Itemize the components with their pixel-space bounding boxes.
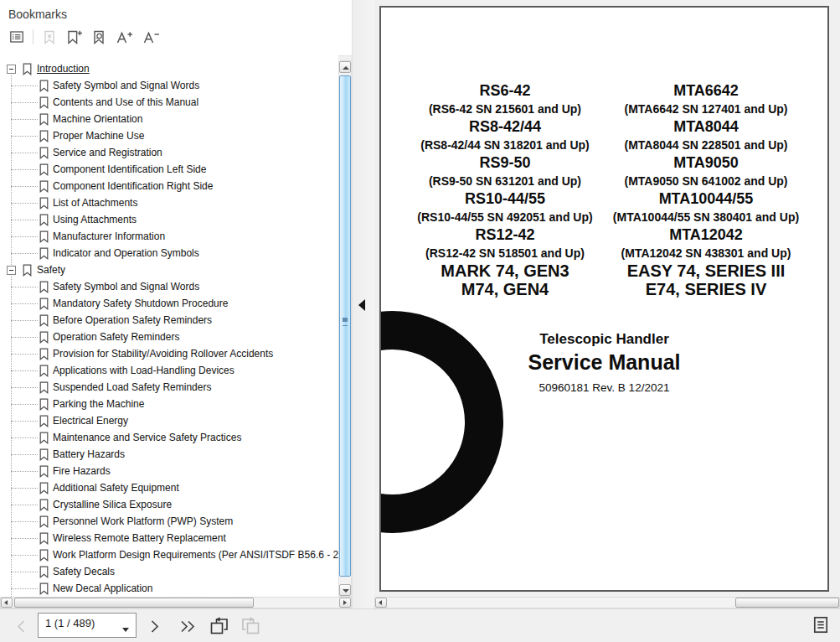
bookmark-label[interactable]: Mandatory Safety Shutdown Procedure <box>53 298 228 309</box>
bookmark-item-row[interactable]: Crystalline Silica Exposure <box>0 496 338 513</box>
bookmark-item-row[interactable]: Indicator and Operation Symbols <box>0 245 338 261</box>
bookmark-icon <box>39 230 49 243</box>
bookmark-item-row[interactable]: Operation Safety Reminders <box>0 329 338 345</box>
bookmark-item-row[interactable]: Manufacturer Information <box>0 228 338 245</box>
scroll-up-button[interactable] <box>339 61 351 73</box>
bookmark-item-row[interactable]: Work Platform Design Requirements (Per A… <box>0 546 338 563</box>
bookmark-label[interactable]: Maintenance and Service Safety Practices <box>53 432 241 443</box>
bookmark-item-row[interactable]: Safety Symbol and Signal Words <box>0 278 338 295</box>
bookmark-item-row[interactable]: Battery Hazards <box>0 446 338 463</box>
bookmark-item-row[interactable]: Wireless Remote Battery Replacement <box>0 530 338 546</box>
bookmark-label[interactable]: Wireless Remote Battery Replacement <box>53 532 226 544</box>
bookmark-label[interactable]: Additional Safety Equipment <box>53 482 179 494</box>
bookmark-label[interactable]: Safety Symbol and Signal Words <box>53 80 199 91</box>
next-page-button[interactable] <box>147 618 162 638</box>
last-page-button[interactable] <box>178 618 198 638</box>
horizontal-scroll-thumb[interactable] <box>735 598 839 608</box>
bookmark-item-row[interactable]: Machine Orientation <box>0 111 338 127</box>
previous-page-button[interactable] <box>14 618 28 638</box>
find-bookmark-icon[interactable] <box>90 28 109 46</box>
next-view-button[interactable] <box>238 614 264 641</box>
bookmark-item-row[interactable]: Additional Safety Equipment <box>0 479 338 496</box>
bookmark-label[interactable]: List of Attachments <box>53 197 137 209</box>
bookmark-label[interactable]: Service and Registration <box>53 147 162 158</box>
bookmark-label[interactable]: Using Attachments <box>53 214 137 225</box>
bookmark-item-row[interactable]: Safety Symbol and Signal Words <box>0 77 338 94</box>
bookmark-label[interactable]: Electrical Energy <box>53 415 128 427</box>
bookmark-label[interactable]: Component Identification Right Side <box>53 180 213 192</box>
bookmark-item-row[interactable]: Electrical Energy <box>0 412 338 429</box>
bookmark-item-row[interactable]: Component Identification Left Side <box>0 161 338 178</box>
bookmark-icon <box>39 180 49 193</box>
bookmark-label[interactable]: Indicator and Operation Symbols <box>53 247 199 259</box>
bookmark-group-row[interactable]: Safety <box>0 261 338 278</box>
bookmark-label[interactable]: Introduction <box>37 63 90 75</box>
bookmark-item-row[interactable]: Parking the Machine <box>0 396 338 412</box>
bookmark-label[interactable]: Applications with Load-Handling Devices <box>53 365 234 376</box>
add-bookmark-icon[interactable] <box>64 28 85 46</box>
bookmark-label[interactable]: Manufacturer Information <box>53 230 165 242</box>
dropdown-arrow-icon[interactable] <box>122 628 129 632</box>
scroll-down-button[interactable] <box>339 584 351 596</box>
bookmark-label[interactable]: Proper Machine Use <box>53 130 144 142</box>
document-menu-icon[interactable] <box>812 615 829 637</box>
bookmark-label[interactable]: Before Operation Safety Reminders <box>53 314 212 326</box>
bookmark-item-row[interactable]: Applications with Load-Handling Devices <box>0 362 338 379</box>
delete-bookmark-icon[interactable] <box>40 28 59 46</box>
bookmark-label[interactable]: Provision for Stability/Avoiding Rollove… <box>53 348 273 360</box>
page-number-combobox[interactable]: 1 (1 / 489) <box>38 613 137 638</box>
bookmark-label[interactable]: Safety <box>37 264 65 276</box>
document-horizontal-scrollbar[interactable] <box>374 597 840 608</box>
bookmark-item-row[interactable]: New Decal Application <box>0 580 338 597</box>
options-icon[interactable] <box>8 28 26 45</box>
bookmark-item-row[interactable]: Provision for Stability/Avoiding Rollove… <box>0 345 338 362</box>
bookmark-icon <box>39 365 49 377</box>
increase-text-size-icon[interactable] <box>114 28 136 46</box>
bookmark-item-row[interactable]: Component Identification Right Side <box>0 178 338 194</box>
bookmark-item-row[interactable]: Suspended Load Safety Reminders <box>0 379 338 396</box>
bookmark-item-row[interactable]: Mandatory Safety Shutdown Procedure <box>0 295 338 312</box>
bookmark-label[interactable]: Parking the Machine <box>53 398 144 410</box>
collapse-group-icon[interactable] <box>7 65 16 74</box>
bookmark-label[interactable]: Component Identification Left Side <box>53 163 206 175</box>
collapse-group-icon[interactable] <box>7 266 16 275</box>
bookmark-label[interactable]: Machine Orientation <box>53 113 142 125</box>
bookmark-item-row[interactable]: List of Attachments <box>0 194 338 211</box>
previous-view-button[interactable] <box>206 614 232 641</box>
bookmark-label[interactable]: Safety Symbol and Signal Words <box>53 281 199 293</box>
bookmark-label[interactable]: Contents and Use of this Manual <box>53 96 198 108</box>
model-line: MTA6642 <box>586 82 826 101</box>
bookmark-item-row[interactable]: Personnel Work Platform (PWP) System <box>0 513 338 530</box>
bookmark-label[interactable]: Work Platform Design Requirements (Per A… <box>53 549 338 561</box>
bookmarks-vertical-scrollbar[interactable] <box>338 60 352 597</box>
horizontal-scroll-thumb[interactable] <box>14 598 254 608</box>
bookmark-item-row[interactable]: Fire Hazards <box>0 463 338 479</box>
scroll-left-button[interactable] <box>375 598 387 608</box>
scroll-left-button[interactable] <box>1 598 13 608</box>
scroll-right-button[interactable] <box>339 598 351 608</box>
bookmark-icon <box>39 398 49 411</box>
bookmark-label[interactable]: Operation Safety Reminders <box>53 331 179 343</box>
bookmark-label[interactable]: Fire Hazards <box>53 465 111 477</box>
bookmark-item-row[interactable]: Before Operation Safety Reminders <box>0 312 338 329</box>
decrease-text-size-icon[interactable] <box>141 28 162 46</box>
panel-splitter[interactable] <box>352 0 374 608</box>
bookmark-item-row[interactable]: Contents and Use of this Manual <box>0 94 338 111</box>
bookmark-label[interactable]: Suspended Load Safety Reminders <box>53 381 211 393</box>
collapse-panel-icon[interactable] <box>358 299 365 311</box>
bookmark-item-row[interactable]: Maintenance and Service Safety Practices <box>0 429 338 446</box>
tree-connector <box>11 505 38 505</box>
bookmarks-horizontal-scrollbar[interactable] <box>0 597 352 608</box>
bookmark-item-row[interactable]: Using Attachments <box>0 211 338 228</box>
bookmark-item-row[interactable]: Safety Decals <box>0 563 338 580</box>
bookmark-label[interactable]: Crystalline Silica Exposure <box>53 499 172 510</box>
bookmark-group-row[interactable]: Introduction <box>0 60 338 77</box>
bookmark-label[interactable]: Battery Hazards <box>53 448 125 460</box>
vertical-scroll-thumb[interactable] <box>339 75 351 577</box>
bookmark-icon <box>39 96 49 109</box>
bookmark-item-row[interactable]: Proper Machine Use <box>0 127 338 144</box>
bookmark-label[interactable]: New Decal Application <box>53 582 152 594</box>
bookmark-item-row[interactable]: Service and Registration <box>0 144 338 161</box>
bookmark-label[interactable]: Personnel Work Platform (PWP) System <box>53 515 233 527</box>
bookmark-label[interactable]: Safety Decals <box>53 566 115 577</box>
